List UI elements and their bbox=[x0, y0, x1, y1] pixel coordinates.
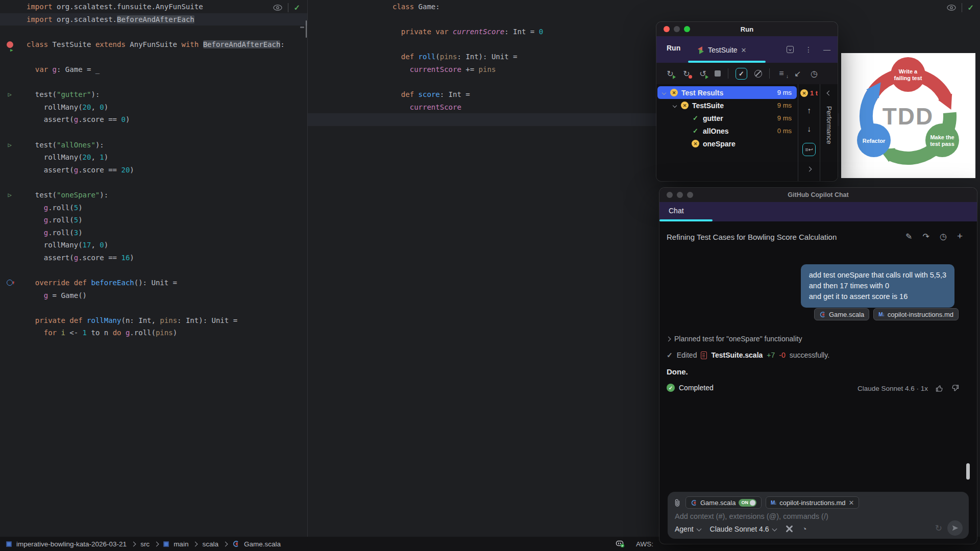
inspections-ok-icon[interactable]: ✓ bbox=[293, 3, 300, 12]
code-line[interactable]: ▷ test("oneSpare"): bbox=[0, 189, 307, 202]
code-line[interactable]: rollMany(17, 0) bbox=[0, 239, 307, 252]
code-line[interactable]: for i <- 1 to n do g.roll(pins) bbox=[0, 327, 307, 339]
code-line[interactable]: g.roll(5) bbox=[0, 202, 307, 214]
code-line[interactable]: var g: Game = _ bbox=[0, 63, 307, 76]
input-chip-instructions[interactable]: M↓ copilot-instructions.md ✕ bbox=[766, 496, 860, 509]
show-passed-icon[interactable]: ✓ bbox=[736, 68, 747, 80]
show-ignored-icon[interactable] bbox=[754, 70, 762, 78]
chat-input-box[interactable]: Game.scala ON M↓ copilot-instructions.md… bbox=[668, 492, 969, 539]
breadcrumb-src[interactable]: src bbox=[140, 540, 150, 548]
navigate-to-source-icon[interactable]: ↙ bbox=[793, 69, 802, 79]
test-tree-row[interactable]: ✓gutter9 ms bbox=[657, 112, 797, 124]
run-test-icon[interactable]: ▷ bbox=[5, 189, 15, 202]
code-line[interactable] bbox=[0, 264, 307, 277]
code-line[interactable]: class Game: bbox=[308, 1, 839, 13]
sort-by-duration-icon[interactable]: ≡↓ bbox=[777, 69, 786, 78]
minimize-traffic-light[interactable] bbox=[677, 192, 683, 198]
performance-tab[interactable]: Performance bbox=[820, 84, 838, 181]
code-line[interactable] bbox=[0, 76, 307, 89]
input-chip-game-scala[interactable]: Game.scala ON bbox=[685, 496, 762, 509]
chevron-right-icon[interactable] bbox=[666, 336, 671, 341]
rerun-tests-icon[interactable]: ↻ bbox=[666, 69, 675, 79]
context-chip-game-scala[interactable]: Game.scala bbox=[814, 308, 869, 320]
copilot-status-icon[interactable] bbox=[616, 540, 625, 548]
code-line[interactable] bbox=[0, 126, 307, 139]
breadcrumb[interactable]: imperative-bowling-kata-2026-03-21 src m… bbox=[0, 540, 281, 548]
code-line[interactable]: ▷ test("allOnes"): bbox=[0, 139, 307, 152]
run-test-icon[interactable]: ▷ bbox=[5, 139, 15, 152]
more-options-icon[interactable]: ⋮ bbox=[805, 45, 812, 54]
retry-icon[interactable]: ↻ bbox=[935, 523, 942, 534]
test-results-tree[interactable]: ✕Test Results9 ms✕TestSuite9 ms✓gutter9 … bbox=[656, 84, 798, 181]
chat-input-placeholder[interactable]: Add context (#), extensions (@), command… bbox=[675, 512, 828, 520]
redo-icon[interactable]: ↷ bbox=[923, 232, 929, 241]
zoom-traffic-light[interactable] bbox=[687, 192, 693, 198]
next-failed-icon[interactable]: ↓ bbox=[807, 124, 811, 134]
expand-icon[interactable] bbox=[806, 167, 812, 172]
tab-testsuite[interactable]: TestSuite ✕ bbox=[691, 40, 768, 60]
run-class-icon[interactable]: ▶ bbox=[5, 38, 15, 51]
eye-icon[interactable] bbox=[946, 4, 957, 11]
toggle-auto-test-icon[interactable]: ↺ bbox=[698, 69, 707, 79]
planned-step-row[interactable]: Planned test for "oneSpare" functionalit… bbox=[667, 335, 802, 343]
mode-selector[interactable]: Agent bbox=[675, 525, 701, 533]
run-tool-window[interactable]: Run Run TestSuite ✕ ⋮ — ↻ ↻ ↺ ✓ ≡↓ ↙ ◷ ✕… bbox=[656, 22, 838, 181]
context-toggle-on[interactable]: ON bbox=[739, 499, 756, 507]
send-button[interactable] bbox=[947, 520, 963, 536]
thumbs-up-icon[interactable] bbox=[935, 384, 944, 392]
tools-icon[interactable] bbox=[786, 525, 793, 533]
breadcrumb-file[interactable]: Game.scala bbox=[244, 540, 281, 548]
new-chat-icon[interactable]: + bbox=[957, 231, 963, 242]
code-line[interactable]: ▶class TestSuite extends AnyFunSuite wit… bbox=[0, 38, 307, 51]
code-line[interactable] bbox=[0, 302, 307, 314]
chat-scrollbar-thumb[interactable] bbox=[966, 463, 970, 480]
edit-thread-icon[interactable]: ✎ bbox=[905, 232, 912, 241]
close-traffic-light[interactable] bbox=[667, 192, 673, 198]
test-tree-row[interactable]: ✕Test Results9 ms bbox=[657, 86, 797, 99]
thumbs-down-icon[interactable] bbox=[951, 384, 960, 392]
code-line[interactable]: rollMany(20, 0) bbox=[0, 101, 307, 114]
previous-failed-icon[interactable]: ↑ bbox=[807, 106, 811, 115]
model-selector[interactable]: Claude Sonnet 4.6 bbox=[710, 525, 776, 533]
code-line[interactable]: import org.scalatest.BeforeAndAfterEach bbox=[0, 13, 307, 26]
code-line[interactable]: private def rollMany(n: Int, pins: Int):… bbox=[0, 314, 307, 327]
rerun-failed-tests-icon[interactable]: ↻ bbox=[682, 69, 691, 79]
code-line[interactable]: assert(g.score == 16) bbox=[0, 252, 307, 264]
test-tree-row[interactable]: ✕oneSpare bbox=[657, 137, 797, 150]
zoom-traffic-light[interactable] bbox=[684, 26, 690, 32]
history-icon[interactable]: ◷ bbox=[940, 232, 947, 241]
edited-file-row[interactable]: ✓ Edited TestSuite.scala +7 -0 successfu… bbox=[667, 351, 829, 359]
close-traffic-light[interactable] bbox=[664, 26, 670, 32]
copilot-chat-window[interactable]: GitHub Copilot Chat Chat Refining Test C… bbox=[659, 188, 977, 544]
test-tree-row[interactable]: ✓allOnes0 ms bbox=[657, 124, 797, 137]
minimize-icon[interactable]: — bbox=[823, 45, 830, 54]
breadcrumb-main[interactable]: main bbox=[174, 540, 188, 548]
code-line[interactable] bbox=[0, 51, 307, 63]
attach-icon[interactable] bbox=[674, 498, 681, 507]
test-history-icon[interactable]: ◷ bbox=[810, 69, 819, 79]
code-line[interactable]: assert(g.score == 0) bbox=[0, 113, 307, 126]
close-tab-icon[interactable]: ✕ bbox=[741, 46, 747, 54]
code-line[interactable]: ↑ override def beforeEach(): Unit = bbox=[0, 277, 307, 289]
tree-expand-icon[interactable] bbox=[672, 104, 677, 107]
code-line[interactable]: import org.scalatest.funsuite.AnyFunSuit… bbox=[0, 1, 307, 13]
breadcrumb-scala[interactable]: scala bbox=[202, 540, 218, 548]
run-window-titlebar[interactable]: Run bbox=[656, 22, 838, 36]
code-line[interactable]: g.roll(5) bbox=[0, 214, 307, 227]
eye-icon[interactable] bbox=[273, 4, 283, 11]
code-line[interactable]: g = Game() bbox=[0, 289, 307, 302]
tab-chat[interactable]: Chat bbox=[669, 207, 684, 215]
code-testsuite[interactable]: import org.scalatest.funsuite.AnyFunSuit… bbox=[0, 1, 307, 339]
code-line[interactable]: rollMany(20, 1) bbox=[0, 151, 307, 164]
tree-expand-icon[interactable] bbox=[662, 91, 667, 94]
code-line[interactable]: g.roll(3) bbox=[0, 227, 307, 239]
override-icon[interactable]: ↑ bbox=[5, 277, 15, 289]
usage-gauge-icon[interactable]: ◔ bbox=[802, 524, 807, 533]
editor-pane-testsuite[interactable]: import org.scalatest.funsuite.AnyFunSuit… bbox=[0, 0, 307, 537]
minimize-traffic-light[interactable] bbox=[674, 26, 680, 32]
code-line[interactable]: ▷ test("gutter"): bbox=[0, 88, 307, 101]
aws-status-label[interactable]: AWS: bbox=[636, 540, 653, 548]
code-line[interactable] bbox=[0, 26, 307, 38]
collapse-icon[interactable] bbox=[826, 91, 831, 96]
chat-window-titlebar[interactable]: GitHub Copilot Chat bbox=[659, 188, 977, 202]
